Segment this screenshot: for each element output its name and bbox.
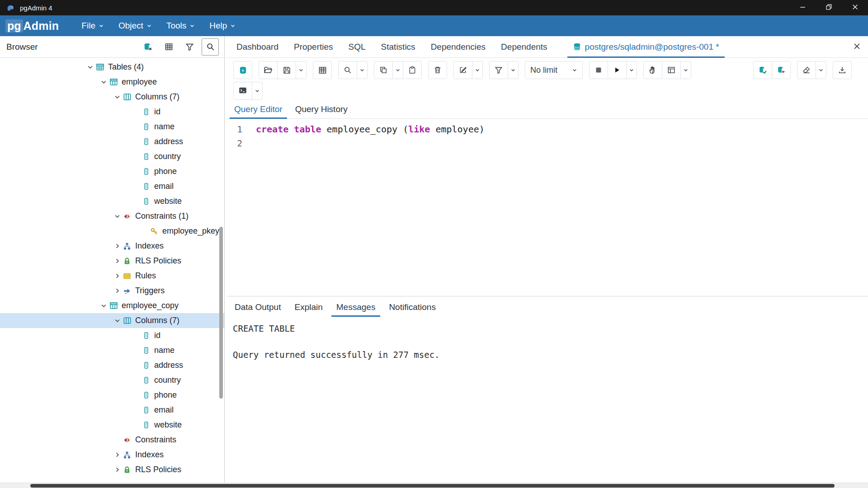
chevron-right-icon[interactable] xyxy=(112,450,122,460)
tree-item-email[interactable]: email xyxy=(0,403,224,418)
tab-properties[interactable]: Properties xyxy=(286,36,341,57)
clear-button[interactable] xyxy=(797,61,816,79)
chevron-right-icon[interactable] xyxy=(112,465,122,475)
search-objects-button[interactable] xyxy=(202,38,219,56)
edit-button[interactable] xyxy=(453,61,472,79)
tree-item-constraints-1[interactable]: Constraints (1) xyxy=(0,209,224,224)
object-explorer-button[interactable] xyxy=(139,38,156,56)
tab-query-history[interactable]: Query History xyxy=(289,100,354,118)
tree-item-website[interactable]: website xyxy=(0,194,224,209)
clipboard-options-chevron-button[interactable] xyxy=(392,61,403,79)
query-editor[interactable]: 12 create table employee_copy (like empl… xyxy=(227,119,868,296)
filter-options-chevron-button[interactable] xyxy=(508,61,519,79)
open-file-button[interactable] xyxy=(259,61,278,79)
tree-item-name[interactable]: name xyxy=(0,343,224,358)
minimize-button[interactable] xyxy=(789,0,816,15)
tab-sql[interactable]: SQL xyxy=(341,36,373,57)
tree-item-indexes[interactable]: Indexes xyxy=(0,239,224,253)
data-grid-button[interactable] xyxy=(313,61,332,79)
copy-button[interactable] xyxy=(374,61,393,79)
execute-button[interactable] xyxy=(608,61,627,79)
chevron-right-icon[interactable] xyxy=(112,286,122,296)
menu-tools[interactable]: Tools xyxy=(159,15,202,36)
tree-scrollbar[interactable] xyxy=(219,227,223,399)
menu-object[interactable]: Object xyxy=(111,15,159,36)
delete-button[interactable] xyxy=(428,61,447,79)
chevron-down-icon[interactable] xyxy=(112,92,122,102)
download-button[interactable] xyxy=(833,61,852,79)
execute-options-chevron-button[interactable] xyxy=(626,61,637,79)
edit-options-chevron-button[interactable] xyxy=(472,61,483,79)
clear-options-chevron-button[interactable] xyxy=(816,61,826,79)
stop-button[interactable] xyxy=(589,61,608,79)
tree-item-address[interactable]: address xyxy=(0,134,224,149)
hand-pointer-button[interactable] xyxy=(643,61,662,79)
chevron-down-icon[interactable] xyxy=(99,77,108,87)
row-limit-select[interactable]: No limit xyxy=(525,61,583,79)
column-icon xyxy=(141,122,151,132)
code-area[interactable]: create table employee_copy (like employe… xyxy=(247,119,485,296)
tree-item-constraints[interactable]: Constraints xyxy=(0,432,224,447)
horizontal-scrollbar-thumb[interactable] xyxy=(30,484,835,488)
tab-explain[interactable]: Explain xyxy=(288,296,329,318)
chevron-down-icon[interactable] xyxy=(99,301,108,311)
tab-statistics[interactable]: Statistics xyxy=(373,36,423,57)
connection-options-chevron-button[interactable] xyxy=(252,82,263,100)
tab-label: Data Output xyxy=(235,302,281,312)
chevron-down-icon[interactable] xyxy=(85,62,95,72)
tab-dashboard[interactable]: Dashboard xyxy=(229,36,286,57)
chevron-down-icon[interactable] xyxy=(112,316,122,326)
tree-item-name[interactable]: name xyxy=(0,119,224,134)
tree-item-rls-policies[interactable]: RLS Policies xyxy=(0,253,224,268)
tree-item-rules[interactable]: Rules xyxy=(0,268,224,283)
menu-help[interactable]: Help xyxy=(202,15,243,36)
connection-button[interactable] xyxy=(233,82,252,100)
restore-button[interactable] xyxy=(816,0,842,15)
tree-item-email[interactable]: email xyxy=(0,179,224,194)
rollback-button[interactable] xyxy=(772,61,791,79)
explain-button[interactable] xyxy=(662,61,681,79)
find-button[interactable] xyxy=(338,61,357,79)
query-macro-button[interactable] xyxy=(233,61,252,79)
tree-item-tables-4[interactable]: Tables (4) xyxy=(0,60,224,75)
tab-dependencies[interactable]: Dependencies xyxy=(423,36,493,57)
find-options-chevron-button[interactable] xyxy=(357,61,368,79)
tree-item-website[interactable]: website xyxy=(0,418,224,432)
tree-item-address[interactable]: address xyxy=(0,358,224,373)
close-button[interactable] xyxy=(842,0,868,15)
panel-close-button[interactable] xyxy=(853,36,861,58)
tab-messages[interactable]: Messages xyxy=(330,296,382,318)
save-button[interactable] xyxy=(277,61,296,79)
tree-item-triggers[interactable]: Triggers xyxy=(0,283,224,298)
chevron-right-icon[interactable] xyxy=(112,241,122,251)
tree-item-phone[interactable]: phone xyxy=(0,164,224,179)
fetch-options-chevron-button[interactable] xyxy=(680,61,691,79)
commit-button[interactable] xyxy=(753,61,772,79)
filter-button[interactable] xyxy=(489,61,508,79)
tree-item-employee[interactable]: employee xyxy=(0,75,224,89)
tree-item-country[interactable]: country xyxy=(0,149,224,164)
tree-item-id[interactable]: id xyxy=(0,104,224,119)
tree-item-columns-7[interactable]: Columns (7) xyxy=(0,313,224,328)
filter-rows-button[interactable] xyxy=(181,38,198,56)
grid-view-button[interactable] xyxy=(160,38,177,56)
chevron-right-icon[interactable] xyxy=(112,256,122,266)
tab-postgres-sqladmin-postgres-001[interactable]: postgres/sqladmin@postgres-001 * xyxy=(565,36,727,57)
tab-dependents[interactable]: Dependents xyxy=(493,36,555,57)
tree-item-indexes[interactable]: Indexes xyxy=(0,447,224,462)
chevron-down-icon[interactable] xyxy=(112,211,122,221)
paste-button[interactable] xyxy=(403,61,422,79)
tree-item-id[interactable]: id xyxy=(0,328,224,343)
tab-notifications[interactable]: Notifications xyxy=(382,296,443,318)
tree-item-rls-policies[interactable]: RLS Policies xyxy=(0,462,224,477)
tree-item-employee-pkey[interactable]: employee_pkey xyxy=(0,224,224,239)
file-options-chevron-button[interactable] xyxy=(296,61,307,79)
tab-data-output[interactable]: Data Output xyxy=(228,296,288,318)
tree-item-phone[interactable]: phone xyxy=(0,388,224,403)
tab-query-editor[interactable]: Query Editor xyxy=(228,100,289,118)
chevron-right-icon[interactable] xyxy=(112,271,122,281)
tree-item-columns-7[interactable]: Columns (7) xyxy=(0,89,224,104)
menu-file[interactable]: File xyxy=(74,15,111,36)
tree-item-employee-copy[interactable]: employee_copy xyxy=(0,298,224,313)
tree-item-country[interactable]: country xyxy=(0,373,224,388)
